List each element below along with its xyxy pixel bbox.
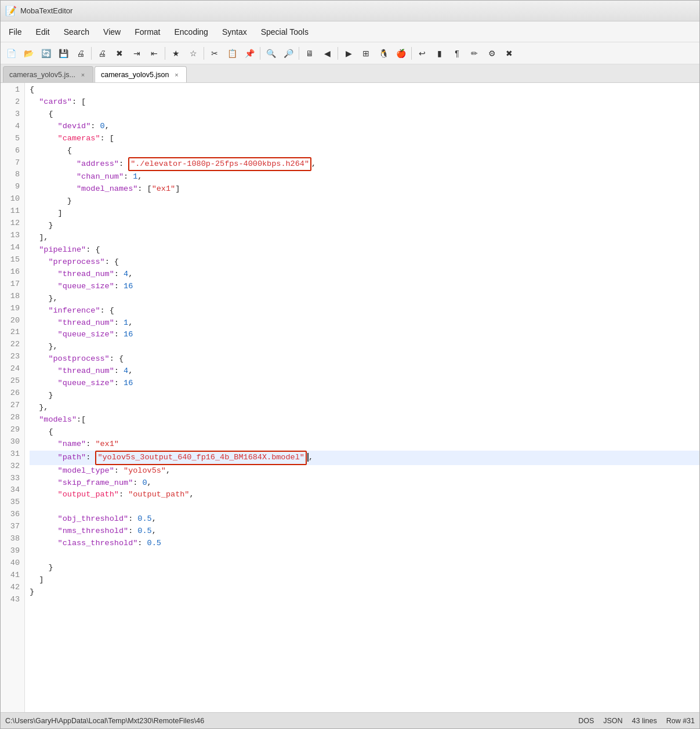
line-number-15: 15: [5, 254, 20, 266]
toolbar-btn-23[interactable]: ▮: [431, 45, 448, 61]
code-line-37: "nms_threshold": 0.5,: [30, 525, 699, 538]
toolbar-btn-24[interactable]: ¶: [449, 45, 465, 61]
toolbar-btn-4[interactable]: 🖨: [72, 45, 89, 61]
toolbar-btn-14[interactable]: 🔍: [263, 45, 279, 61]
toolbar-btn-17[interactable]: ◀: [319, 45, 335, 61]
code-line-12: }: [30, 220, 699, 232]
toolbar-btn-25[interactable]: ✏: [466, 45, 483, 61]
code-line-27: },: [30, 402, 699, 414]
code-line-42: }: [30, 586, 699, 599]
code-line-3: {: [30, 108, 699, 121]
tab-label-0: cameras_yolov5.js...: [9, 71, 75, 79]
highlighted-string-line-31: "yolov5s_3output_640_fp16_4b_BM1684X.bmo…: [95, 451, 306, 465]
token-key-line-25: "queue_size": [58, 379, 114, 387]
line-number-7: 7: [5, 157, 20, 169]
menu-item-edit[interactable]: Edit: [30, 25, 56, 39]
code-line-1: {: [30, 84, 699, 96]
line-number-13: 13: [5, 230, 20, 242]
toolbar-btn-22[interactable]: ↩: [414, 45, 430, 61]
line-number-17: 17: [5, 278, 20, 291]
token-colon-line-37: :: [128, 527, 137, 535]
token-colon-line-31: :: [86, 453, 95, 462]
code-line-28: "models":[: [30, 414, 699, 426]
toolbar-btn-5[interactable]: 🖨: [94, 45, 110, 61]
highlighted-string-line-7: "./elevator-1080p-25fps-4000kbps.h264": [128, 157, 311, 172]
tab-close-1[interactable]: ×: [172, 71, 180, 79]
token-brace-line-26: }: [48, 391, 53, 400]
toolbar-btn-0[interactable]: 📄: [3, 45, 19, 61]
token-key-line-32: "model_type": [58, 466, 114, 475]
toolbar-btn-27[interactable]: ✖: [501, 45, 517, 61]
toolbar-btn-12[interactable]: 📋: [224, 45, 240, 61]
token-comma-line-36: ,: [152, 514, 157, 523]
token-brace-line-1: {: [30, 85, 34, 94]
toolbar-btn-19[interactable]: ⊞: [358, 45, 374, 61]
line-number-32: 32: [5, 460, 20, 473]
toolbar-btn-3[interactable]: 💾: [55, 45, 71, 61]
toolbar-btn-8[interactable]: ⇤: [146, 45, 162, 61]
toolbar-btn-18[interactable]: ▶: [340, 45, 357, 61]
toolbar-btn-2[interactable]: 🔄: [38, 45, 54, 61]
token-comma-line-20: ,: [128, 318, 133, 327]
code-line-2: "cards": [: [30, 96, 699, 108]
menu-item-encoding[interactable]: Encoding: [168, 25, 213, 39]
tab-close-0[interactable]: ×: [79, 71, 87, 79]
token-key-line-8: "chan_num": [77, 172, 124, 181]
token-colon-line-2: : [: [72, 97, 86, 106]
toolbar-separator-18: [338, 47, 338, 60]
code-editor[interactable]: { "cards": [ { "devid": 0, "cameras": [ …: [25, 83, 699, 712]
token-key-line-4: "devid": [58, 122, 91, 130]
token-colon-line-15: : {: [105, 257, 119, 266]
code-line-24: "thread_num": 4,: [30, 365, 699, 378]
token-str-line-34: "output_path": [128, 490, 189, 499]
token-str-line-32: "yolov5s": [124, 466, 166, 475]
code-line-19: "inference": {: [30, 305, 699, 317]
token-brace-line-40: }: [48, 563, 53, 572]
code-line-23: "postprocess": {: [30, 353, 699, 365]
toolbar-btn-9[interactable]: ★: [168, 45, 184, 61]
app-title: MobaTextEditor: [20, 6, 72, 15]
menu-item-special-tools[interactable]: Special Tools: [255, 25, 314, 39]
toolbar-btn-11[interactable]: ✂: [206, 45, 223, 61]
token-bracket-line-11: ]: [58, 209, 63, 217]
toolbar-btn-21[interactable]: 🍎: [393, 45, 409, 61]
status-format: JSON: [603, 717, 622, 725]
menu-item-file[interactable]: File: [3, 25, 28, 39]
menu-item-format[interactable]: Format: [129, 25, 166, 39]
toolbar-btn-7[interactable]: ⇥: [129, 45, 145, 61]
code-line-20: "thread_num": 1,: [30, 317, 699, 329]
tab-0[interactable]: cameras_yolov5.js...×: [3, 66, 93, 82]
toolbar-btn-26[interactable]: ⚙: [484, 45, 500, 61]
app-window: 📝 MobaTextEditor FileEditSearchViewForma…: [0, 0, 700, 729]
token-comma-line-16: ,: [128, 270, 133, 278]
token-key-line-31: "path": [58, 453, 86, 462]
tab-label-1: cameras_yolov5.json: [101, 71, 169, 79]
toolbar-btn-13[interactable]: 📌: [241, 45, 257, 61]
token-colon-line-38: :: [137, 539, 147, 547]
toolbar-btn-16[interactable]: 🖥: [302, 45, 318, 61]
toolbar-separator-9: [165, 47, 165, 60]
token-num-line-37: 0.5: [137, 527, 151, 535]
menu-item-search[interactable]: Search: [58, 25, 95, 39]
token-num-line-17: 16: [124, 282, 133, 291]
token-colon-line-30: :: [86, 440, 95, 448]
code-line-25: "queue_size": 16: [30, 378, 699, 390]
tab-1[interactable]: cameras_yolov5.json×: [95, 66, 187, 82]
toolbar-btn-15[interactable]: 🔎: [280, 45, 296, 61]
toolbar-btn-1[interactable]: 📂: [20, 45, 37, 61]
toolbar-btn-10[interactable]: ☆: [185, 45, 201, 61]
toolbar-btn-6[interactable]: ✖: [111, 45, 128, 61]
line-number-37: 37: [5, 521, 20, 533]
code-line-32: "model_type": "yolov5s",: [30, 465, 699, 477]
code-line-31: "path": "yolov5s_3output_640_fp16_4b_BM1…: [30, 451, 699, 465]
code-line-13: ],: [30, 232, 699, 244]
menu-item-view[interactable]: View: [97, 25, 126, 39]
line-number-28: 28: [5, 412, 20, 424]
code-line-17: "queue_size": 16: [30, 281, 699, 293]
line-number-29: 29: [5, 424, 20, 436]
code-line-30: "name": "ex1": [30, 438, 699, 451]
status-row-col: Row #31: [666, 717, 695, 725]
token-key-line-9: "model_names": [77, 184, 137, 193]
menu-item-syntax[interactable]: Syntax: [216, 25, 253, 39]
toolbar-btn-20[interactable]: 🐧: [375, 45, 391, 61]
